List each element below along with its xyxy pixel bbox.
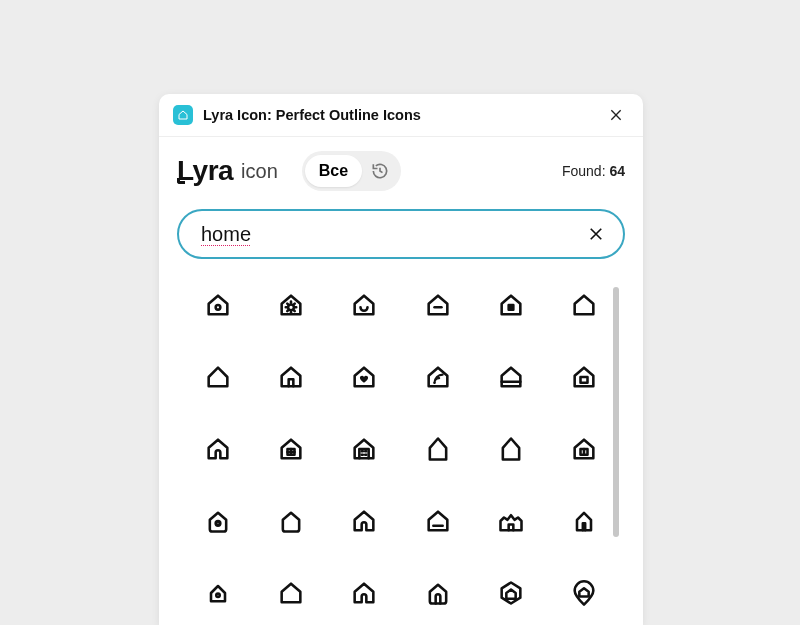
home-gear-icon[interactable]	[265, 287, 317, 323]
home-hex-icon[interactable]	[485, 575, 537, 611]
svg-point-3	[433, 382, 435, 384]
home-round-icon[interactable]	[265, 503, 317, 539]
plugin-logo-icon	[173, 105, 193, 125]
found-label: Found:	[562, 163, 606, 179]
close-button[interactable]	[605, 104, 627, 126]
home-building-icon[interactable]	[338, 431, 390, 467]
home-heart-icon[interactable]	[338, 359, 390, 395]
plugin-title: Lyra Icon: Perfect Outline Icons	[203, 107, 605, 123]
home-tall-icon[interactable]	[412, 431, 464, 467]
found-number: 64	[609, 163, 625, 179]
home-line-icon[interactable]	[412, 503, 464, 539]
home-door-icon[interactable]	[265, 359, 317, 395]
logo-sub: icon	[241, 160, 278, 183]
home-window2-icon[interactable]	[558, 431, 610, 467]
home-floor-icon[interactable]	[485, 359, 537, 395]
home-arch2-icon[interactable]	[338, 575, 390, 611]
home-narrow-icon[interactable]	[558, 503, 610, 539]
titlebar: Lyra Icon: Perfect Outline Icons	[159, 94, 643, 137]
svg-rect-4	[581, 377, 588, 383]
home-pin-icon[interactable]	[558, 575, 610, 611]
home-outline-icon[interactable]	[558, 287, 610, 323]
home-window-icon[interactable]	[265, 431, 317, 467]
home-arch-icon[interactable]	[338, 503, 390, 539]
close-icon	[587, 225, 605, 243]
logo-main: Lyra	[177, 155, 233, 187]
home-dot-solid-icon[interactable]	[485, 287, 537, 323]
svg-rect-2	[509, 305, 514, 310]
home-cottage-icon[interactable]	[485, 503, 537, 539]
found-count: Found: 64	[562, 163, 625, 179]
svg-point-8	[217, 523, 218, 524]
header-row: Lyra icon Все Found: 64	[177, 151, 625, 191]
home-circle-icon[interactable]	[192, 287, 244, 323]
home-mini-icon[interactable]	[192, 575, 244, 611]
plugin-panel: Lyra Icon: Perfect Outline Icons Lyra ic…	[159, 94, 643, 625]
icon-grid	[177, 287, 625, 611]
history-icon	[370, 161, 390, 181]
svg-point-0	[215, 305, 220, 310]
home-dash-icon[interactable]	[412, 287, 464, 323]
svg-point-9	[216, 594, 220, 598]
filter-history-button[interactable]	[362, 154, 398, 188]
filter-toggle: Все	[302, 151, 401, 191]
home-box-icon[interactable]	[558, 359, 610, 395]
home-plain-icon[interactable]	[265, 575, 317, 611]
home-open-icon[interactable]	[192, 431, 244, 467]
search-field[interactable]	[177, 209, 625, 259]
home-smile-icon[interactable]	[338, 287, 390, 323]
home-basic-icon[interactable]	[192, 359, 244, 395]
home-arch3-icon[interactable]	[412, 575, 464, 611]
panel-body: Lyra icon Все Found: 64	[159, 137, 643, 625]
search-input[interactable]	[201, 223, 585, 246]
logo-main-text: Lyra	[177, 155, 233, 186]
clear-search-button[interactable]	[585, 223, 607, 245]
home-tall2-icon[interactable]	[485, 431, 537, 467]
scrollbar[interactable]	[613, 287, 619, 625]
home-wifi-icon[interactable]	[412, 359, 464, 395]
icon-grid-viewport	[177, 287, 625, 625]
filter-all-button[interactable]: Все	[305, 155, 362, 187]
home-target-icon[interactable]	[192, 503, 244, 539]
scroll-thumb[interactable]	[613, 287, 619, 537]
